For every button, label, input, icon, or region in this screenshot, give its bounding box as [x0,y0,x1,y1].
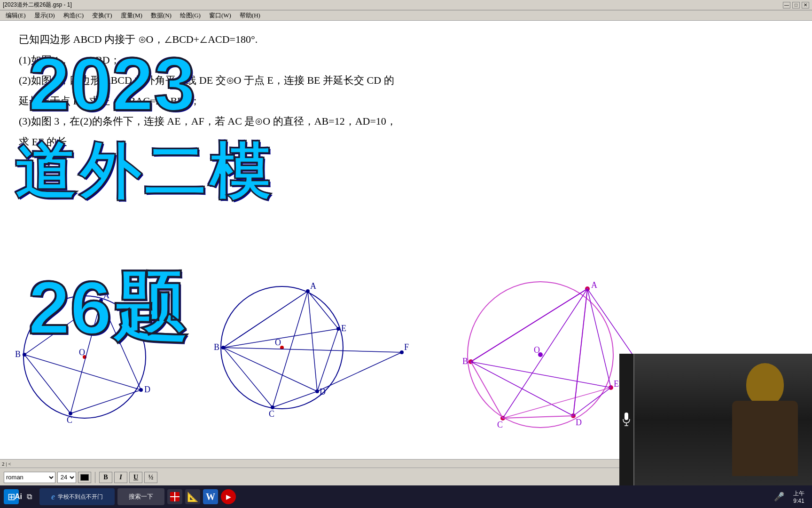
menu-help[interactable]: 帮助(H) [236,10,264,21]
taskbar-school-button[interactable]: e 学校不到点不开门 [39,488,115,505]
bold-button[interactable]: B [99,472,112,483]
page-indicators: 2 | < [2,461,11,467]
menu-measure[interactable]: 度量(M) [117,10,146,21]
overlay-year: 2023 [28,47,195,122]
taskbar-word-button[interactable]: W [203,489,218,504]
webcam-overlay [633,354,812,485]
svg-line-33 [223,348,402,352]
italic-button[interactable]: I [114,472,127,483]
menu-window[interactable]: 窗口(W) [205,10,235,21]
taskbar-search-button[interactable]: 搜索一下 [117,488,164,505]
maximize-button[interactable]: □ [792,2,800,8]
svg-text:A: A [310,281,316,291]
svg-line-55 [471,362,611,388]
svg-line-37 [223,291,308,348]
special-button[interactable]: ½ [144,472,157,483]
title-bar-text: [2023道外二模26题.gsp - 1] [3,1,72,9]
minimize-button[interactable]: — [783,2,790,8]
taskbar-gsp-button[interactable]: 📐 [185,489,200,504]
svg-line-58 [471,289,587,362]
color-swatch [80,474,89,481]
search-label: 搜索一下 [129,492,153,501]
menu-display[interactable]: 显示(D) [31,10,59,21]
media-icon: ▶ [226,493,231,501]
svg-text:E: E [341,324,346,333]
svg-line-31 [223,348,317,391]
menu-graph[interactable]: 绘图(G) [176,10,204,21]
menu-transform[interactable]: 变换(T) [88,10,116,21]
taskbar-flag-button[interactable] [167,489,182,504]
svg-text:E: E [614,379,619,389]
font-select[interactable]: roman [4,472,55,483]
overlay-problem-num: 26题 [28,270,187,345]
underline-button[interactable]: U [129,472,142,483]
size-select[interactable]: 24 [57,472,76,483]
title-bar: [2023道外二模26题.gsp - 1] — □ ✕ [0,0,812,10]
svg-text:D: D [576,418,582,427]
toolbar-separator-1 [95,472,95,483]
svg-text:O: O [534,345,540,355]
menu-bar: 编辑(E) 显示(D) 构造(C) 变换(T) 度量(M) 数据(N) 绘图(G… [0,10,812,21]
person-body [732,401,798,476]
close-button[interactable]: ✕ [802,2,809,8]
svg-text:F: F [404,342,409,352]
svg-text:D: D [144,385,150,394]
svg-line-52 [503,289,587,418]
svg-rect-61 [625,413,628,420]
mic-area [619,354,633,485]
svg-line-34 [308,291,338,329]
webcam-person [634,354,812,485]
taskbar-clock: 上午 9:41 [789,490,808,504]
svg-text:C: C [497,420,503,429]
word-icon: W [206,492,215,502]
school-label: 学校不到点不开门 [58,493,103,501]
menu-data[interactable]: 数据(N) [147,10,175,21]
taskbar: ⊞ ⧉ e 学校不到点不开门 搜索一下 📐 W ▶ 🎤 上午 9:41 [0,485,812,508]
ie-icon: e [51,492,55,502]
svg-marker-51 [471,289,587,418]
svg-text:B: B [214,342,219,352]
overlay-district: 道外二模 [14,138,273,206]
svg-text:C: C [67,415,72,425]
menu-construct[interactable]: 构造(C) [60,10,87,21]
taskbar-mic-icon[interactable]: 🎤 [772,489,787,504]
person-head [746,363,784,405]
title-bar-controls: — □ ✕ [783,2,809,8]
svg-text:A: A [591,280,597,290]
svg-text:B: B [15,349,21,359]
svg-line-59 [573,289,587,416]
svg-text:C: C [269,409,274,419]
taskbar-media-button[interactable]: ▶ [221,489,236,504]
ai-label: Ai [0,485,37,508]
menu-edit[interactable]: 编辑(E) [2,10,30,21]
svg-line-54 [587,289,611,388]
color-button[interactable] [78,472,91,483]
svg-line-36 [317,352,402,391]
diagram-2: O A B C D E F [188,261,423,441]
diagram-3: O A B C D E [442,261,639,441]
svg-line-57 [573,388,611,416]
svg-line-13 [24,355,141,390]
svg-line-32 [317,329,338,391]
svg-text:B: B [462,357,468,366]
